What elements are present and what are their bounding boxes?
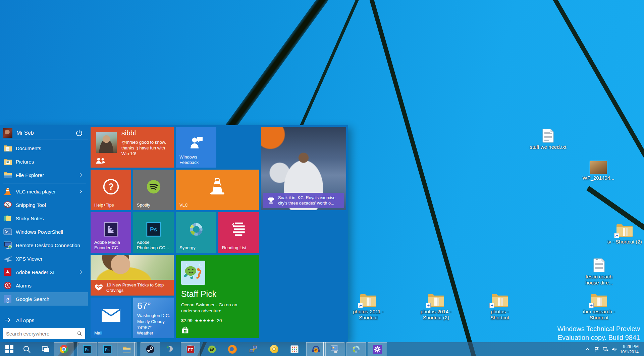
tile-reading-list[interactable]: Reading List bbox=[218, 212, 259, 253]
desktop-icon-photos-2014-shortcut-2[interactable]: photos-2014 - Shortcut (2) bbox=[418, 291, 454, 321]
tile-vlc[interactable]: VLC bbox=[176, 170, 259, 210]
desktop-icon-photos-shortcut[interactable]: photos - Shortcut bbox=[481, 291, 518, 321]
vlc-icon bbox=[3, 187, 12, 196]
shortcut-arrow-icon bbox=[489, 303, 494, 308]
search-input[interactable] bbox=[3, 328, 85, 339]
user-row[interactable]: Mr Seb bbox=[0, 127, 88, 139]
taskbar-button-task-view[interactable] bbox=[36, 342, 56, 356]
tile-weather[interactable]: 67° Washington D.C. Mostly Cloudy 74°/57… bbox=[133, 298, 174, 338]
text-file-icon bbox=[581, 256, 618, 273]
taskbar-button-putty[interactable] bbox=[244, 342, 263, 356]
taskbar-button-search[interactable] bbox=[17, 342, 37, 356]
sidebar-item-file-explorer[interactable]: File Explorer bbox=[0, 168, 88, 182]
taskbar-button-spotify[interactable] bbox=[202, 342, 222, 356]
sidebar-item-vlc-media-player[interactable]: VLC media player bbox=[0, 185, 88, 198]
power-button[interactable] bbox=[75, 129, 83, 137]
sidebar-item-sticky-notes[interactable]: Sticky Notes bbox=[0, 212, 88, 225]
trophy-icon bbox=[267, 196, 275, 205]
taskbar-button-steam[interactable] bbox=[141, 342, 160, 356]
avatar[interactable] bbox=[3, 128, 12, 138]
sidebar-item-pictures[interactable]: Pictures bbox=[0, 155, 88, 168]
chevron-right-icon bbox=[78, 172, 84, 178]
sidebar-item-remote-desktop-connection[interactable]: Remote Desktop Connection bbox=[0, 238, 88, 252]
filezilla-icon: FZ bbox=[186, 345, 195, 354]
tile-adobe-media-encoder[interactable]: Adobe Media Encoder CC bbox=[91, 212, 131, 253]
all-apps-button[interactable]: All Apps bbox=[0, 313, 88, 327]
tray-network-icon[interactable] bbox=[602, 342, 610, 356]
file-explorer-icon bbox=[122, 345, 131, 354]
news-headline: Soak it in, KC: Royals exorcise city's t… bbox=[278, 195, 344, 206]
sidebar-item-label: Snipping Tool bbox=[16, 202, 88, 208]
search-box bbox=[3, 328, 85, 339]
folder-shortcut-icon bbox=[481, 291, 518, 308]
tile-label: Synergy bbox=[179, 245, 196, 251]
folder-shortcut-icon bbox=[606, 221, 643, 238]
sidebar-item-adobe-reader-xi[interactable]: Adobe Reader XI bbox=[0, 265, 88, 279]
desktop-icon-ibm-research-shortcut[interactable]: ibm research - Shortcut bbox=[581, 291, 618, 321]
clock[interactable]: 9:29 PM 10/1/2014 bbox=[616, 344, 639, 355]
shortcut-arrow-icon bbox=[589, 303, 594, 308]
taskbar-button-filezilla[interactable]: FZ bbox=[181, 342, 200, 356]
sidebar-item-google-search[interactable]: gGoogle Search bbox=[0, 292, 88, 306]
tile-windows-feedback[interactable]: Windows Feedback bbox=[176, 127, 216, 168]
desktop-icon-wp-201404[interactable]: WP_201404... bbox=[580, 157, 617, 181]
desktop-icon-label: photos-2011 - Shortcut bbox=[350, 309, 387, 321]
folder-shortcut-icon bbox=[581, 291, 618, 308]
desktop-icon-tv-shortcut-2[interactable]: tv - Shortcut (2) bbox=[606, 221, 643, 245]
taskbar-button-file-explorer[interactable] bbox=[117, 342, 137, 356]
taskbar-button-apps-grid[interactable] bbox=[285, 342, 304, 356]
taskbar-button-audacity[interactable] bbox=[306, 342, 326, 356]
photoshop-icon: Ps bbox=[103, 345, 112, 354]
photoshop-icon: Ps bbox=[83, 345, 92, 354]
tile-mail[interactable]: Mail bbox=[91, 298, 131, 338]
chrome-canary-icon bbox=[270, 345, 278, 354]
desktop-icon-photos-2011-shortcut[interactable]: photos-2011 - Shortcut bbox=[350, 291, 387, 321]
putty-icon bbox=[249, 345, 258, 354]
tweet-author-name: sibbl bbox=[121, 129, 136, 137]
condition: Mostly Cloudy bbox=[137, 319, 165, 324]
tweet-author-photo bbox=[96, 132, 117, 153]
taskbar-button-photoshop-1[interactable]: Ps bbox=[77, 342, 97, 356]
sidebar-item-xps-viewer[interactable]: XPS Viewer bbox=[0, 252, 88, 265]
desktop-icon-label: WP_201404... bbox=[580, 175, 617, 181]
taskbar: PsPsFZ 9:29 PM 10/1/2014 bbox=[0, 342, 644, 356]
tray-hidden-icons-icon[interactable] bbox=[584, 342, 592, 356]
chevron-right-icon bbox=[78, 269, 84, 275]
tile-health-news[interactable]: 10 New Proven Tricks to Stop Cravings bbox=[91, 255, 174, 296]
taskbar-button-teamspeak[interactable] bbox=[161, 342, 180, 356]
store-icon bbox=[180, 325, 190, 335]
google-search-icon: g bbox=[3, 294, 12, 304]
taskbar-button-settings[interactable] bbox=[368, 342, 387, 356]
tile-sports-news[interactable]: Soak it in, KC: Royals exorcise city's t… bbox=[261, 127, 346, 210]
desktop-icon-stuff-we-need-txt[interactable]: stuff we need.txt bbox=[530, 126, 567, 150]
taskbar-button-synergy[interactable] bbox=[346, 342, 366, 356]
sidebar-item-label: Documents bbox=[16, 145, 88, 151]
taskbar-button-chrome-canary[interactable] bbox=[264, 342, 284, 356]
tile-spotify[interactable]: Spotify bbox=[133, 170, 174, 210]
svg-text:Ps: Ps bbox=[105, 348, 109, 352]
taskbar-button-system-utility[interactable] bbox=[325, 342, 344, 356]
taskbar-button-start[interactable] bbox=[0, 342, 19, 356]
folder-pictures-icon bbox=[3, 157, 12, 166]
store-heading: Staff Pick bbox=[181, 289, 216, 299]
tile-help-tips[interactable]: ? Help+Tips bbox=[91, 170, 131, 210]
sidebar-item-label: Alarms bbox=[16, 283, 88, 288]
tile-label: Adobe Media Encoder CC bbox=[94, 240, 128, 251]
sidebar-item-label: Windows PowerShell bbox=[16, 229, 88, 235]
sidebar-item-windows-powershell[interactable]: Windows PowerShell bbox=[0, 225, 88, 238]
taskbar-button-chrome[interactable] bbox=[54, 342, 73, 356]
steam-icon bbox=[146, 345, 155, 354]
system-monitor-icon bbox=[330, 345, 339, 354]
tile-synergy[interactable]: Synergy bbox=[176, 212, 216, 253]
desktop-icon-tesco-coach-house-dire[interactable]: tesco coach house dire... bbox=[581, 256, 618, 286]
sidebar-item-snipping-tool[interactable]: Snipping Tool bbox=[0, 198, 88, 212]
tile-tweet[interactable]: sibbl @mrseb good to know, thanks :) hav… bbox=[91, 127, 174, 168]
tile-adobe-photoshop[interactable]: Ps Adobe Photoshop CC... bbox=[133, 212, 174, 253]
sidebar-item-label: File Explorer bbox=[16, 172, 78, 178]
taskbar-button-firefox[interactable] bbox=[223, 342, 242, 356]
sidebar-item-documents[interactable]: Documents bbox=[0, 141, 88, 155]
taskbar-button-photoshop-2[interactable]: Ps bbox=[98, 342, 117, 356]
tray-action-center-icon[interactable] bbox=[593, 342, 601, 356]
sidebar-item-alarms[interactable]: Alarms bbox=[0, 279, 88, 292]
tile-store[interactable]: Staff Pick Ocean Swimmer - Go on an unde… bbox=[176, 255, 259, 338]
